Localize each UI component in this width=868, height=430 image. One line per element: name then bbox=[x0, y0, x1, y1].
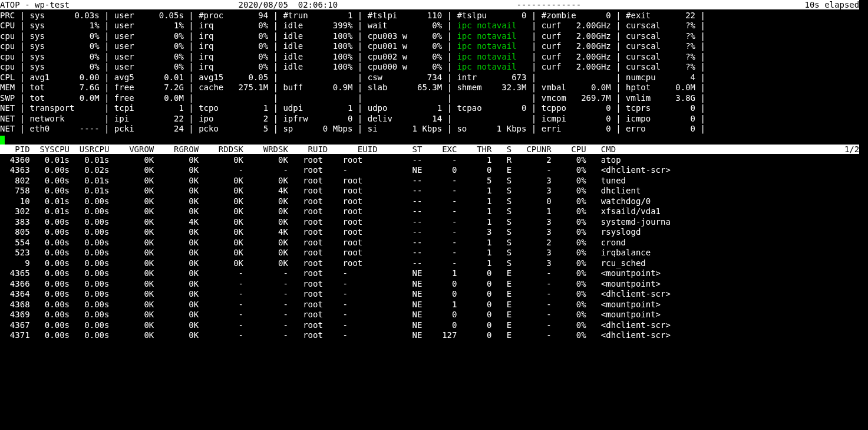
process-row[interactable]: 554 0.00s 0.00s 0K 0K 0K 0K root root --… bbox=[0, 238, 868, 248]
atop-title-bar: ATOP - wp-test 2020/08/05 02:06:10 -----… bbox=[0, 0, 859, 9]
process-row[interactable]: 4369 0.00s 0.00s 0K 0K - - root - NE 0 0… bbox=[0, 310, 868, 320]
summary-row: cpu | sys 0% | user 0% | irq 0% | idle 1… bbox=[0, 52, 868, 63]
summary-row: NET | eth0 ---- | pcki 24 | pcko 5 | sp … bbox=[0, 124, 868, 134]
cursor-line bbox=[0, 134, 868, 145]
process-row[interactable]: 4364 0.00s 0.00s 0K 0K - - root - NE 0 0… bbox=[0, 289, 868, 300]
process-row[interactable]: 4365 0.00s 0.00s 0K 0K - - root - NE 1 0… bbox=[0, 268, 868, 279]
process-row[interactable]: 4368 0.00s 0.00s 0K 0K - - root - NE 1 0… bbox=[0, 300, 868, 310]
summary-row: cpu | sys 0% | user 0% | irq 0% | idle 1… bbox=[0, 62, 868, 73]
process-header: PID SYSCPU USRCPU VGROW RGROW RDDSK WRDS… bbox=[0, 145, 859, 154]
summary-row: CPU | sys 1% | user 1% | irq 0% | idle 3… bbox=[0, 21, 868, 31]
process-row[interactable]: 4371 0.00s 0.00s 0K 0K - - root - NE 127… bbox=[0, 330, 868, 341]
summary-row: NET | network | ipi 22 | ipo 2 | ipfrw 0… bbox=[0, 114, 868, 124]
summary-row: cpu | sys 0% | user 0% | irq 0% | idle 1… bbox=[0, 31, 868, 42]
process-row[interactable]: 523 0.00s 0.00s 0K 0K 0K 0K root root --… bbox=[0, 248, 868, 258]
summary-row: NET | transport | tcpi 1 | tcpo 1 | udpi… bbox=[0, 103, 868, 114]
atop-terminal[interactable]: ATOP - wp-test 2020/08/05 02:06:10 -----… bbox=[0, 0, 868, 341]
process-row[interactable]: 4366 0.00s 0.00s 0K 0K - - root - NE 0 0… bbox=[0, 279, 868, 290]
process-row[interactable]: 9 0.00s 0.00s 0K 0K 0K 0K root root -- -… bbox=[0, 258, 868, 269]
summary-row: CPL | avg1 0.00 | avg5 0.01 | avg15 0.05… bbox=[0, 73, 868, 83]
summary-row: PRC | sys 0.03s | user 0.05s | #proc 94 … bbox=[0, 11, 868, 21]
process-row[interactable]: 383 0.00s 0.00s 0K 4K 0K 0K root root --… bbox=[0, 217, 868, 228]
summary-row: SWP | tot 0.0M | free 0.0M | | | | | vmc… bbox=[0, 93, 868, 104]
summary-row: MEM | tot 7.6G | free 7.2G | cache 275.1… bbox=[0, 83, 868, 93]
process-row[interactable]: 802 0.00s 0.01s 0K 0K 0K 0K root root --… bbox=[0, 176, 868, 186]
process-row[interactable]: 805 0.00s 0.00s 0K 0K 0K 4K root root --… bbox=[0, 227, 868, 238]
process-row[interactable]: 302 0.01s 0.00s 0K 0K 0K 0K root root --… bbox=[0, 206, 868, 217]
cursor-icon bbox=[0, 136, 5, 145]
summary-row: cpu | sys 0% | user 0% | irq 0% | idle 1… bbox=[0, 41, 868, 52]
process-row[interactable]: 4360 0.01s 0.01s 0K 0K 0K 0K root root -… bbox=[0, 155, 868, 166]
process-row[interactable]: 4363 0.00s 0.02s 0K 0K - - root - NE 0 0… bbox=[0, 165, 868, 176]
process-row[interactable]: 10 0.01s 0.00s 0K 0K 0K 0K root root -- … bbox=[0, 196, 868, 207]
process-row[interactable]: 758 0.00s 0.01s 0K 0K 0K 4K root root --… bbox=[0, 186, 868, 196]
process-row[interactable]: 4367 0.00s 0.00s 0K 0K - - root - NE 0 0… bbox=[0, 320, 868, 331]
